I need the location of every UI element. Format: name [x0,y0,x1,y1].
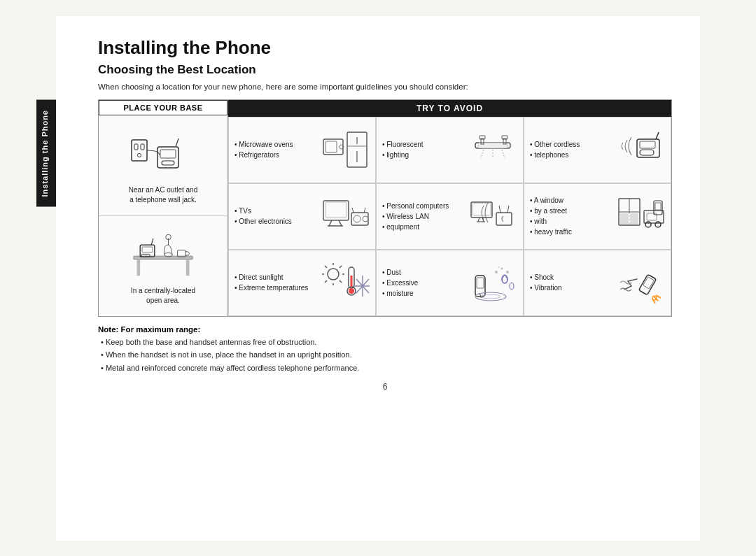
svg-point-65 [655,222,661,227]
microwave-fridge-illustration [322,129,370,171]
svg-rect-67 [655,203,661,210]
svg-line-41 [329,220,332,226]
svg-rect-40 [326,202,346,218]
svg-line-54 [478,218,479,222]
svg-rect-0 [132,140,147,161]
svg-rect-1 [134,144,138,150]
fluorescent-illustration [470,129,517,171]
avoid-fluorescent-cell: Fluorescent lighting [376,117,524,183]
svg-point-64 [645,222,651,227]
note-title: Note: For maximum range: [98,325,672,334]
computer-text: Personal computers Wireless LAN equipmen… [382,201,449,232]
intro-text: When choosing a location for your new ph… [98,83,672,91]
svg-line-50 [499,206,500,213]
avoid-microwave-cell: Microwave ovens Refrigerators [228,117,376,183]
svg-rect-44 [351,213,368,225]
svg-rect-86 [477,278,484,288]
note-item-1: Keep both the base and handset antennas … [101,336,672,348]
svg-point-95 [498,266,500,268]
svg-rect-2 [141,144,144,150]
notes-section: Note: For maximum range: Keep both the b… [98,325,672,374]
central-location-illustration [128,227,198,279]
dust-text: Dust Excessive moisture [382,267,418,299]
note-item-2: When the handset is not in use, place th… [101,349,672,361]
note-item-3: Metal and reinforced concrete may affect… [101,362,672,374]
svg-rect-9 [137,259,141,275]
svg-point-46 [363,216,368,222]
sunlight-temp-illustration [322,262,370,304]
shock-text: Shock Vibration [530,272,562,293]
avoid-sunlight-cell: Direct sunlight Extreme temperatures [228,250,376,316]
dust-moisture-illustration [470,262,517,304]
svg-point-93 [501,268,503,270]
svg-line-29 [481,150,484,158]
svg-line-76 [325,280,327,283]
page-subtitle: Choosing the Best Location [98,63,672,77]
cordless-text: Other cordless telephones [530,139,580,160]
svg-point-80 [349,288,354,294]
window-traffic-illustration [617,195,665,237]
place-your-base-column: PLACE YOUR BASE [99,100,228,316]
place-base-header: PLACE YOUR BASE [99,100,227,115]
svg-point-92 [495,271,498,273]
svg-point-68 [328,269,339,280]
svg-point-3 [138,153,141,157]
sunlight-text: Direct sunlight Extreme temperatures [234,272,308,293]
cordless-phone-illustration [617,129,665,171]
avoid-window-cell: A window by a street with heavy traffic [524,183,671,250]
svg-line-47 [352,208,354,213]
location-grid: PLACE YOUR BASE [98,99,672,317]
svg-rect-20 [326,141,337,152]
svg-line-74 [340,280,342,283]
svg-line-51 [507,206,509,213]
svg-point-45 [354,215,360,222]
try-to-avoid-column: TRY TO AVOID Microwave ovens Refrigerato… [228,100,671,316]
svg-rect-6 [162,161,174,165]
avoid-cordless-cell: Other cordless telephones [524,117,671,183]
svg-rect-49 [496,213,512,225]
avoid-tv-cell: TVs Other electronics [228,183,376,250]
computer-wifi-illustration [470,195,517,237]
svg-line-7 [176,138,178,147]
svg-line-30 [502,150,505,158]
central-location-caption: In a centrally-locatedopen area. [131,286,195,306]
central-location-cell: In a centrally-locatedopen area. [99,216,227,316]
svg-line-42 [339,220,342,226]
svg-rect-10 [186,259,190,275]
window-text: A window by a street with heavy traffic [530,195,572,237]
try-to-avoid-header: TRY TO AVOID [228,100,671,117]
place-base-cells: Near an AC outlet anda telephone wall ja… [99,115,227,316]
avoid-computer-cell: Personal computers Wireless LAN equipmen… [376,183,524,250]
svg-line-73 [325,266,327,268]
svg-rect-36 [640,141,655,148]
svg-line-13 [151,238,153,244]
page-content: Installing the Phone Installing the Phon… [56,16,700,541]
svg-rect-5 [160,150,176,158]
ac-outlet-illustration [128,126,198,178]
fluorescent-text: Fluorescent lighting [382,139,424,160]
avoid-dust-cell: Dust Excessive moisture [376,250,524,316]
svg-line-75 [340,266,342,268]
shock-vibration-illustration [617,262,665,304]
page-title: Installing the Phone [98,37,672,59]
svg-point-94 [506,271,509,273]
microwave-text: Microwave ovens Refrigerators [234,139,293,160]
tv-radio-illustration [322,195,370,237]
tv-text: TVs Other electronics [234,206,292,227]
page-number: 6 [98,382,672,392]
avoid-grid: Microwave ovens Refrigerators [228,117,671,316]
ac-outlet-caption: Near an AC outlet anda telephone wall ja… [129,185,197,205]
side-tab: Installing the Phone [36,100,56,207]
svg-rect-12 [142,247,153,252]
avoid-shock-cell: Shock Vibration [524,250,671,316]
svg-point-91 [510,283,514,290]
svg-line-48 [364,208,365,213]
svg-line-37 [656,132,659,139]
svg-rect-38 [640,150,654,155]
ac-outlet-cell: Near an AC outlet anda telephone wall ja… [99,115,227,216]
